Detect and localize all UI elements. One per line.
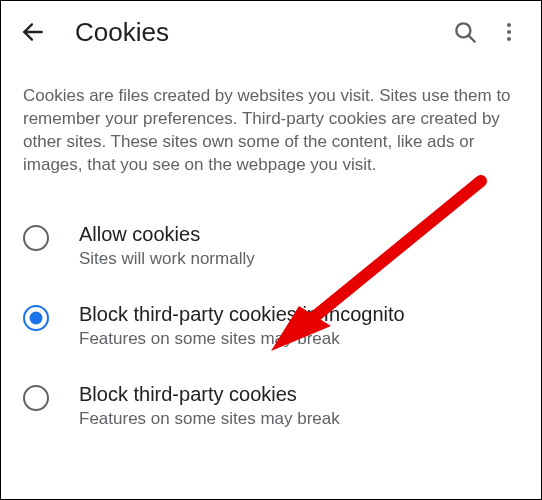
option-block-third-party-incognito[interactable]: Block third-party cookies in Incognito F… bbox=[1, 285, 541, 365]
page-title: Cookies bbox=[75, 17, 443, 48]
option-text: Block third-party cookies in Incognito F… bbox=[79, 301, 405, 349]
arrow-back-icon bbox=[20, 19, 46, 45]
option-title: Allow cookies bbox=[79, 221, 255, 247]
radio-icon bbox=[23, 225, 49, 251]
option-title: Block third-party cookies bbox=[79, 381, 340, 407]
option-title: Block third-party cookies in Incognito bbox=[79, 301, 405, 327]
option-subtitle: Features on some sites may break bbox=[79, 409, 340, 429]
app-header: Cookies bbox=[1, 1, 541, 63]
radio-icon bbox=[23, 305, 49, 331]
back-button[interactable] bbox=[11, 10, 55, 54]
more-vert-icon bbox=[497, 20, 521, 44]
radio-icon bbox=[23, 385, 49, 411]
options-list: Allow cookies Sites will work normally B… bbox=[1, 195, 541, 445]
more-button[interactable] bbox=[487, 10, 531, 54]
search-button[interactable] bbox=[443, 10, 487, 54]
option-subtitle: Features on some sites may break bbox=[79, 329, 405, 349]
svg-point-4 bbox=[507, 30, 511, 34]
description-text: Cookies are files created by websites yo… bbox=[1, 63, 541, 195]
option-block-third-party[interactable]: Block third-party cookies Features on so… bbox=[1, 365, 541, 445]
option-text: Allow cookies Sites will work normally bbox=[79, 221, 255, 269]
svg-point-5 bbox=[507, 37, 511, 41]
option-subtitle: Sites will work normally bbox=[79, 249, 255, 269]
option-allow-cookies[interactable]: Allow cookies Sites will work normally bbox=[1, 205, 541, 285]
search-icon bbox=[452, 19, 478, 45]
svg-line-2 bbox=[468, 35, 474, 41]
option-text: Block third-party cookies Features on so… bbox=[79, 381, 340, 429]
svg-point-3 bbox=[507, 23, 511, 27]
